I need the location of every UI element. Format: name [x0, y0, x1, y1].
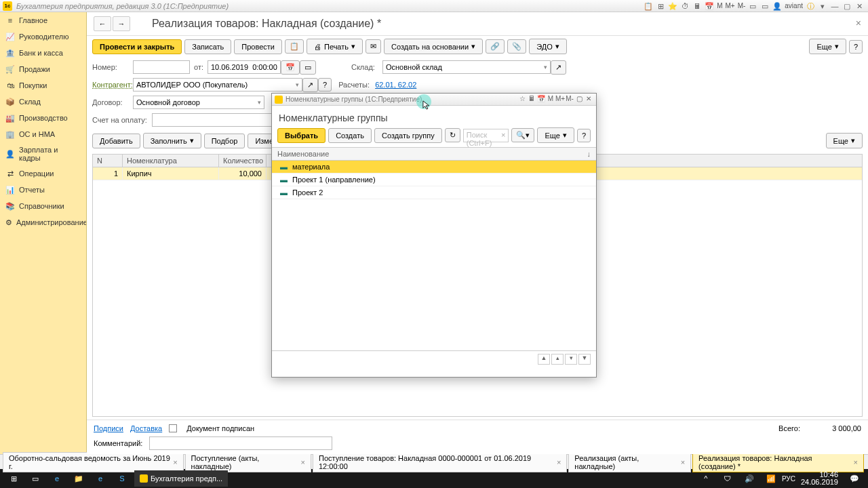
- list-header[interactable]: Наименование↓: [272, 148, 596, 161]
- sidebar-item-assets[interactable]: 🏢ОС и НМА: [0, 126, 86, 142]
- open-button[interactable]: ↗: [551, 60, 566, 75]
- edge-icon[interactable]: e: [90, 470, 111, 487]
- search-button[interactable]: 🔍▾: [511, 128, 534, 142]
- memory-mplus[interactable]: M+: [724, 2, 736, 9]
- fill-button[interactable]: Заполнить ▾: [143, 133, 201, 148]
- calendar-icon[interactable]: 📅: [704, 1, 715, 11]
- fav-icon[interactable]: ☆: [517, 95, 527, 104]
- sidebar-item-salary[interactable]: 👤Зарплата и кадры: [0, 142, 86, 165]
- more-button[interactable]: Еще ▾: [537, 127, 574, 143]
- view-icon[interactable]: ▭: [760, 1, 770, 11]
- link-button[interactable]: 🔗: [486, 39, 505, 54]
- task-view-icon[interactable]: ▭: [24, 470, 46, 487]
- mail-button[interactable]: ✉: [366, 39, 381, 54]
- help-button[interactable]: ?: [318, 78, 332, 92]
- open-button[interactable]: ↗: [302, 78, 318, 92]
- tab[interactable]: Поступление товаров: Накладная 0000-0000…: [313, 452, 567, 472]
- post-button[interactable]: Провести: [234, 39, 282, 54]
- memory-mminus[interactable]: M-: [565, 95, 574, 104]
- calendar-icon[interactable]: 📅: [536, 95, 546, 104]
- tray-icon[interactable]: ^: [695, 470, 717, 487]
- memory-m[interactable]: M: [715, 2, 724, 9]
- tab-close-icon[interactable]: ×: [557, 458, 561, 466]
- tab[interactable]: Оборотно-сальдовая ведомость за Июнь 201…: [3, 452, 184, 472]
- select-button[interactable]: Выбрать: [277, 128, 326, 143]
- sidebar-item-reports[interactable]: 📊Отчеты: [0, 182, 86, 198]
- notifications-icon[interactable]: 💬: [844, 470, 865, 487]
- print-button[interactable]: 🖨 Печать ▾: [307, 39, 363, 54]
- lang-indicator[interactable]: РУС: [782, 475, 795, 483]
- ie-icon[interactable]: e: [46, 470, 68, 487]
- sidebar-item-admin[interactable]: ⚙Администрирование: [0, 214, 86, 230]
- minimize-icon[interactable]: —: [829, 1, 840, 11]
- more-button[interactable]: Еще ▾: [826, 133, 863, 148]
- sidebar-item-purchases[interactable]: 🛍Покупки: [0, 77, 86, 94]
- calc-link[interactable]: 62.01, 62.02: [375, 81, 416, 89]
- dropdown-icon[interactable]: ▾: [817, 1, 828, 11]
- comment-input[interactable]: [149, 436, 332, 450]
- memory-mminus[interactable]: M-: [736, 2, 747, 9]
- signatures-link[interactable]: Подписи: [94, 424, 123, 432]
- tab-close-icon[interactable]: ×: [854, 458, 858, 466]
- dialog-titlebar[interactable]: Номенклатурные группы (1С:Предприятие) ☆…: [272, 94, 596, 106]
- delivery-link[interactable]: Доставка: [130, 424, 162, 432]
- sort-icon[interactable]: ↓: [587, 150, 591, 158]
- maximize-icon[interactable]: ▢: [574, 95, 584, 104]
- sidebar-item-main[interactable]: ≡Главное: [0, 12, 86, 28]
- post-close-button[interactable]: Провести и закрыть: [92, 39, 182, 54]
- add-button[interactable]: Добавить: [92, 134, 140, 148]
- nav-last-icon[interactable]: ▼: [578, 354, 591, 365]
- col-nom[interactable]: Номенклатура: [123, 155, 219, 167]
- tray-icon[interactable]: 🔊: [738, 470, 760, 487]
- calc-icon[interactable]: 🖩: [692, 1, 703, 11]
- start-button[interactable]: ⊞: [3, 470, 24, 487]
- sidebar-item-sales[interactable]: 🛒Продажи: [0, 61, 86, 77]
- close-icon[interactable]: ✕: [854, 1, 865, 11]
- sidebar-item-warehouse[interactable]: 📦Склад: [0, 94, 86, 110]
- calendar-button[interactable]: 📅: [281, 60, 300, 75]
- memory-m[interactable]: M: [546, 95, 555, 104]
- tab[interactable]: Поступление (акты, накладные)×: [185, 452, 311, 472]
- help-button[interactable]: ?: [849, 40, 863, 54]
- tray-icon[interactable]: 📶: [760, 470, 782, 487]
- help-button[interactable]: ?: [577, 129, 591, 142]
- pick-button[interactable]: Подбор: [204, 134, 245, 148]
- tab-close-icon[interactable]: ×: [173, 458, 177, 466]
- refresh-button[interactable]: ↻: [445, 128, 460, 142]
- counterparty-select[interactable]: АВТОЛИДЕР ООО (Покупатель): [133, 78, 302, 92]
- toolbar-icon[interactable]: ⊞: [655, 1, 666, 11]
- nav-forward-button[interactable]: →: [113, 16, 130, 31]
- signed-checkbox[interactable]: [169, 424, 177, 432]
- sidebar-item-manager[interactable]: 📈Руководителю: [0, 28, 86, 45]
- calc-icon[interactable]: 🖩: [527, 95, 536, 104]
- col-qty[interactable]: Количество: [219, 155, 267, 167]
- write-button[interactable]: Записать: [184, 39, 231, 54]
- sidebar-item-references[interactable]: 📚Справочники: [0, 198, 86, 214]
- nav-back-button[interactable]: ←: [94, 16, 111, 31]
- sidebar-item-operations[interactable]: ⇄Операции: [0, 165, 86, 182]
- more-button[interactable]: Еще ▾: [809, 39, 846, 54]
- attach-button[interactable]: 📎: [507, 39, 526, 54]
- close-icon[interactable]: ✕: [584, 95, 593, 104]
- info-icon[interactable]: ⓘ: [805, 1, 816, 11]
- skype-icon[interactable]: S: [111, 470, 133, 487]
- counterparty-label[interactable]: Контрагент:: [92, 81, 133, 89]
- sidebar-item-bank[interactable]: 🏦Банк и касса: [0, 45, 86, 61]
- maximize-icon[interactable]: ▢: [842, 1, 852, 11]
- list-item[interactable]: ▬Проект 2: [272, 186, 596, 199]
- edo-button[interactable]: ЭДО ▾: [529, 39, 567, 54]
- tray-icon[interactable]: 🛡: [717, 470, 738, 487]
- page-close-icon[interactable]: ×: [856, 18, 861, 28]
- create-based-button[interactable]: Создать на основании ▾: [384, 39, 483, 54]
- number-input[interactable]: [133, 60, 190, 74]
- clock[interactable]: 10:4624.06.2019: [795, 471, 844, 486]
- search-input[interactable]: Поиск (Ctrl+F)×: [463, 129, 509, 142]
- contract-select[interactable]: Основной договор: [133, 96, 264, 109]
- invoice-select[interactable]: [152, 113, 283, 127]
- warehouse-select[interactable]: Основной склад: [382, 60, 551, 74]
- col-n[interactable]: N: [93, 155, 123, 167]
- tab[interactable]: Реализация (акты, накладные)×: [568, 452, 691, 472]
- toolbar-icon[interactable]: ⏱: [679, 1, 690, 11]
- nav-first-icon[interactable]: ▲: [538, 354, 550, 365]
- nav-up-icon[interactable]: ▴: [551, 354, 564, 365]
